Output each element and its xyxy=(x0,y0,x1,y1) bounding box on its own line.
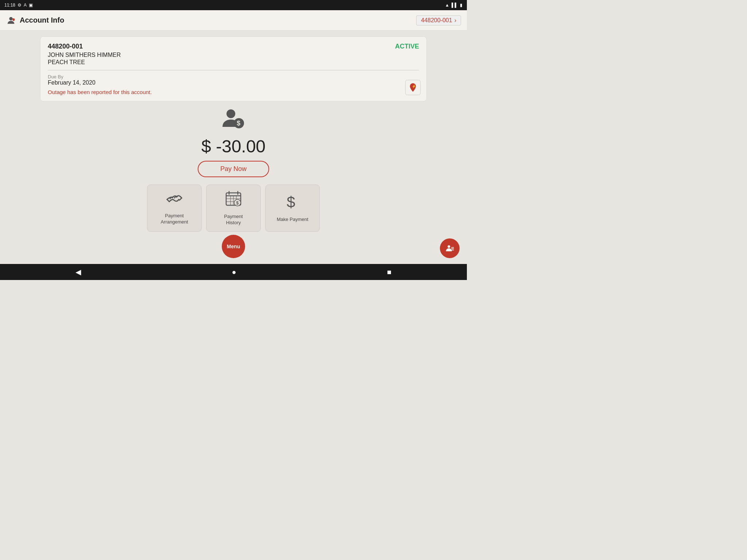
payment-history-tile[interactable]: $ PaymentHistory xyxy=(206,184,261,232)
person-icon: i xyxy=(6,15,16,26)
contacts-fab[interactable] xyxy=(440,238,460,258)
menu-button[interactable]: Menu xyxy=(222,235,245,258)
home-button[interactable]: ● xyxy=(232,268,236,276)
make-payment-tile[interactable]: $ Make Payment xyxy=(265,184,320,232)
svg-text:$: $ xyxy=(287,194,295,210)
account-number: 448200-001 xyxy=(48,43,83,50)
balance-amount: $ -30.00 xyxy=(201,136,266,156)
pay-now-button[interactable]: Pay Now xyxy=(198,161,269,177)
svg-text:i: i xyxy=(12,19,13,21)
sim-icon: ▣ xyxy=(29,3,33,8)
dollar-sign-icon: $ xyxy=(285,194,301,213)
settings-icon: ⚙ xyxy=(18,3,22,8)
account-status: ACTIVE xyxy=(395,43,419,50)
person-list-icon xyxy=(445,243,455,253)
svg-point-24 xyxy=(448,245,450,248)
time-display: 11:18 xyxy=(4,3,15,8)
wifi-icon: ▲ xyxy=(445,3,449,8)
status-right: ▲ ▌▌ ▮ xyxy=(445,3,462,8)
make-payment-label: Make Payment xyxy=(277,217,309,223)
account-card-header: 448200-001 ACTIVE xyxy=(48,43,419,50)
svg-point-5 xyxy=(227,109,235,118)
svg-text:$: $ xyxy=(237,120,240,127)
payment-arrangement-tile[interactable]: PaymentArrangement xyxy=(147,184,202,232)
outage-icon-button[interactable]: ⚡ xyxy=(405,80,421,95)
svg-point-4 xyxy=(412,90,414,91)
outage-message: Outage has been reported for this accoun… xyxy=(48,89,419,95)
action-tiles: PaymentArrangement $ xyxy=(147,184,320,232)
handshake-icon xyxy=(166,191,182,209)
chevron-right-icon: › xyxy=(454,17,456,24)
account-card: 448200-001 ACTIVE JOHN SMITHERS HIMMER P… xyxy=(40,36,427,101)
balance-icon: $ xyxy=(221,109,246,132)
battery-icon: ▮ xyxy=(460,3,462,8)
accessibility-icon: A xyxy=(24,3,27,8)
app-bar-title: Account Info xyxy=(20,16,64,24)
svg-text:$: $ xyxy=(236,200,239,205)
status-left: 11:18 ⚙ A ▣ xyxy=(4,3,33,8)
payment-history-label: PaymentHistory xyxy=(224,214,243,226)
nav-bar: ◀ ● ■ xyxy=(0,264,467,280)
calendar-dollar-icon: $ xyxy=(225,191,241,210)
app-bar-left: i Account Info xyxy=(6,15,64,26)
card-divider xyxy=(48,70,419,70)
svg-text:⚡: ⚡ xyxy=(412,84,416,89)
account-name: JOHN SMITHERS HIMMER xyxy=(48,52,419,58)
due-label: Due By xyxy=(48,74,419,79)
map-pin-lightning-icon: ⚡ xyxy=(408,82,418,93)
main-content: 448200-001 ACTIVE JOHN SMITHERS HIMMER P… xyxy=(0,31,467,264)
menu-label: Menu xyxy=(227,244,240,249)
signal-icon: ▌▌ xyxy=(452,3,458,8)
app-bar: i Account Info 448200-001 › xyxy=(0,10,467,31)
svg-line-10 xyxy=(174,197,176,198)
back-button[interactable]: ◀ xyxy=(76,268,81,276)
account-number-label: 448200-001 xyxy=(421,17,452,24)
recents-button[interactable]: ■ xyxy=(387,268,391,276)
balance-section: $ $ -30.00 Pay Now xyxy=(198,109,269,177)
status-bar: 11:18 ⚙ A ▣ ▲ ▌▌ ▮ xyxy=(0,0,467,10)
account-selector[interactable]: 448200-001 › xyxy=(416,15,461,26)
due-date: February 14, 2020 xyxy=(48,79,419,86)
payment-arrangement-label: PaymentArrangement xyxy=(160,213,188,225)
account-location: PEACH TREE xyxy=(48,59,419,66)
